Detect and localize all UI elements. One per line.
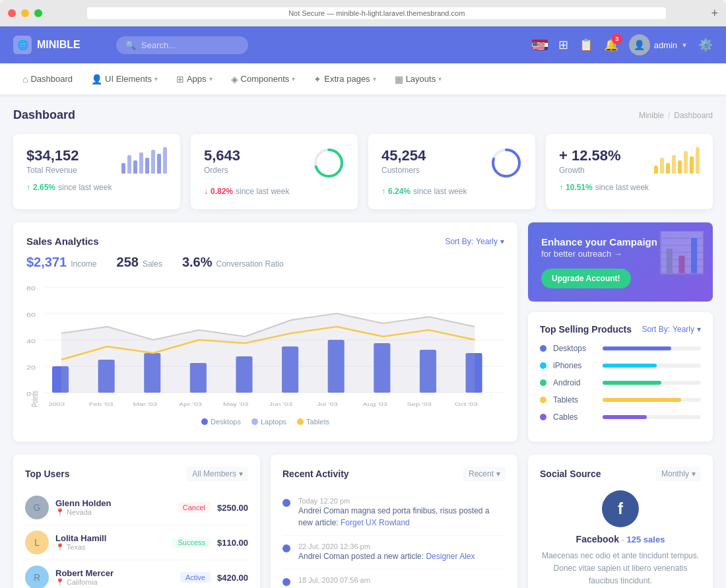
svg-text:40: 40: [26, 338, 36, 344]
sales-value: 258: [117, 255, 139, 270]
legend-label-desktops: Desktops: [211, 418, 241, 426]
grid-icon[interactable]: ⊞: [558, 38, 568, 52]
settings-icon[interactable]: ⚙️: [698, 38, 713, 52]
user-avatar-2: R: [25, 566, 49, 588]
nav-item-extra-pages[interactable]: ✦ Extra pages ▾: [304, 63, 385, 95]
svg-text:Aug '03: Aug '03: [363, 401, 387, 407]
user-info-2: Robert Mercer 📍 California: [55, 568, 174, 587]
upgrade-button[interactable]: Upgrade Account!: [541, 269, 631, 288]
nav-item-apps[interactable]: ⊞ Apps ▾: [167, 63, 222, 95]
svg-text:Feb '03: Feb '03: [89, 401, 114, 407]
product-bar-wrap-iphones: [603, 364, 701, 368]
recent-activity-card: Recent Activity Recent ▾ Today 12:20 pm …: [271, 455, 517, 588]
nav-item-layouts[interactable]: ▦ Layouts ▾: [385, 63, 451, 95]
activity-content-2: 18 Jul, 2020 07:56 am: [298, 576, 370, 586]
header-right: 🇺🇸 ⊞ 📋 🔔 3 👤 admin ▼ ⚙️: [532, 34, 713, 55]
user-name-2: Robert Mercer: [55, 568, 174, 578]
sort-by-products[interactable]: Sort By: Yearly ▾: [642, 325, 701, 334]
change-value-orders: 0.82%: [211, 187, 233, 196]
svg-text:Oct '03: Oct '03: [455, 401, 478, 407]
top-users-card: Top Users All Members ▾ G Glenn Holden 📍…: [13, 455, 260, 588]
stat-card-revenue: $34,152 Total Revenue ↑ 2.65% since l: [13, 134, 180, 209]
page-title: Dashboard: [13, 108, 75, 122]
bar-5: [145, 158, 149, 174]
user-row-1: L Lolita Hamill 📍 Texas Success $110.00: [25, 525, 248, 560]
user-amount-1: $110.00: [217, 538, 248, 548]
social-source-card: Social Source Monthly ▾ f Facebook - 125…: [528, 455, 713, 588]
analytics-section: Sales Analytics Sort By: Yearly ▾ $2,371…: [13, 222, 713, 441]
change-value-growth: 10.51%: [566, 183, 593, 192]
components-icon: ◈: [231, 74, 238, 84]
logo-text: MINIBLE: [37, 39, 81, 51]
activity-dot-1: [282, 544, 290, 552]
arrow-down-icon: ↓: [204, 187, 208, 196]
svg-text:60: 60: [26, 311, 36, 318]
user-avatar-0: G: [25, 496, 49, 519]
activity-text-1: Andrei Coman posted a new article: Desig…: [298, 550, 475, 562]
bell-icon[interactable]: 🔔 3: [604, 38, 618, 52]
breadcrumb-minible: Minible: [639, 111, 664, 120]
copy-icon[interactable]: 📋: [579, 38, 593, 52]
all-members-filter[interactable]: All Members ▾: [187, 467, 248, 481]
activity-content-1: 22 Jul, 2020 12:36 pm Andrei Coman poste…: [298, 542, 475, 562]
nav-label-ui-elements: UI Elements: [105, 74, 152, 84]
breadcrumb-dashboard: Dashboard: [674, 111, 713, 120]
activity-time-1: 22 Jul, 2020 12:36 pm: [298, 542, 475, 550]
breadcrumb: Minible / Dashboard: [639, 111, 713, 120]
fb-description: Maecenas nec odio et ante tincidunt temp…: [540, 550, 701, 588]
mini-bars-revenue: [121, 147, 167, 174]
nav-bar: ⌂ Dashboard 👤 UI Elements ▾ ⊞ Apps ▾ ◈ C…: [0, 63, 726, 95]
user-name-0: Glenn Holden: [55, 498, 171, 508]
monthly-filter[interactable]: Monthly ▾: [656, 467, 701, 481]
nav-label-apps: Apps: [187, 74, 207, 84]
recent-filter[interactable]: Recent ▾: [463, 467, 506, 481]
stat-value-growth: + 12.58%: [559, 147, 621, 164]
user-menu[interactable]: 👤 admin ▼: [629, 34, 688, 55]
svg-text:20: 20: [26, 364, 36, 371]
activity-link-1[interactable]: Designer Alex: [426, 552, 475, 561]
svg-text:May '03: May '03: [223, 401, 249, 407]
user-info-0: Glenn Holden 📍 Nevada: [55, 498, 171, 517]
chevron-down-icon-5: ▾: [438, 75, 442, 82]
stat-label-revenue: Total Revenue: [26, 166, 79, 175]
product-row-cables: Cables: [540, 412, 701, 422]
user-name-1: Lolita Hamill: [55, 533, 166, 543]
nav-item-dashboard[interactable]: ⌂ Dashboard: [13, 63, 82, 95]
search-bar[interactable]: 🔍: [116, 36, 248, 54]
user-badge-1: Success: [172, 537, 211, 548]
chevron-down-icon-3: ▾: [292, 75, 295, 82]
search-input[interactable]: [141, 40, 239, 50]
sales-chart: 80 60 40 20 0 Points: [26, 280, 504, 412]
svg-text:2003: 2003: [48, 401, 65, 407]
sort-by-analytics[interactable]: Sort By: Yearly ▾: [445, 237, 504, 246]
product-bar-iphones: [603, 364, 657, 368]
product-name-desktops: Desktops: [553, 344, 596, 353]
chevron-down-icon: ▾: [154, 75, 158, 82]
nav-item-ui-elements[interactable]: 👤 UI Elements ▾: [82, 63, 167, 95]
customers-circle-chart: [490, 147, 522, 179]
mini-bars-growth: [654, 147, 700, 174]
campaign-card: Enhance your Campaign for better outreac…: [528, 222, 713, 302]
activity-item-2: 18 Jul, 2020 07:56 am: [282, 570, 506, 588]
mac-close-btn[interactable]: [8, 9, 16, 17]
bar-2: [127, 155, 131, 174]
gbar-4: [672, 155, 676, 174]
analytics-card: Sales Analytics Sort By: Yearly ▾ $2,371…: [13, 222, 517, 441]
mac-minimize-btn[interactable]: [21, 9, 29, 17]
mac-maximize-btn[interactable]: [34, 9, 42, 17]
logo-icon: 🌐: [13, 36, 32, 54]
nav-item-components[interactable]: ◈ Components ▾: [222, 63, 305, 95]
top-users-title: Top Users: [25, 469, 69, 479]
sort-by-label-products: Sort By:: [642, 325, 670, 334]
bar-8: [163, 147, 167, 174]
flag-icon[interactable]: 🇺🇸: [532, 40, 548, 50]
product-bar-android: [603, 381, 661, 385]
mac-chrome: Not Secure — minible-h-light.laravel.the…: [0, 0, 726, 26]
activity-link-0[interactable]: Forget UX Rowland: [341, 518, 410, 527]
product-row-desktops: Desktops: [540, 344, 701, 353]
new-tab-btn[interactable]: +: [711, 7, 718, 19]
legend-label-tablets: Tablets: [306, 418, 329, 426]
stat-change-revenue: ↑ 2.65% since last week: [26, 183, 167, 192]
svg-text:80: 80: [26, 285, 36, 292]
svg-text:Jul '03: Jul '03: [317, 401, 338, 407]
